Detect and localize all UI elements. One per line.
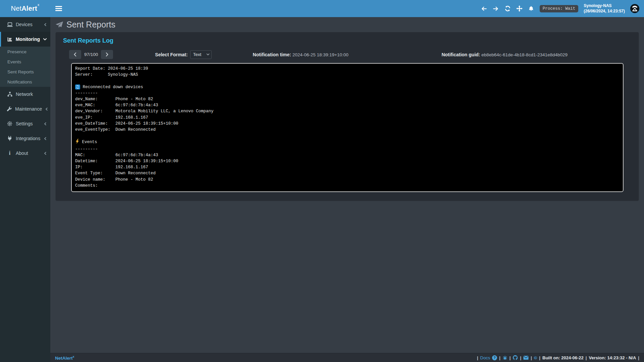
notification-time: Notification time: 2024-06-25 18:39:19+1… — [253, 52, 348, 57]
format-select[interactable]: Text — [190, 50, 212, 59]
app-logo[interactable]: NetAlertx — [0, 0, 50, 17]
sidebar-item-monitoring[interactable]: Monitoring — [0, 32, 50, 47]
sidebar-item-settings[interactable]: Settings — [0, 116, 50, 131]
card-title: Sent Reports Log — [56, 32, 639, 44]
bug-report-icon[interactable] — [502, 355, 507, 360]
sidebar-toggle-icon[interactable] — [55, 6, 62, 11]
previous-report-button[interactable] — [69, 50, 81, 59]
sent-reports-card: Sent Reports Log 97/100 Select Format: T… — [56, 32, 639, 200]
network-icon — [7, 92, 13, 97]
chevron-down-icon — [43, 38, 47, 41]
notification-guid-value: eb8eb64c-61de-4b18-8cd1-2341e8d4b029 — [481, 52, 568, 57]
main-content: Sent Reports Sent Reports Log 97/100 Sel… — [50, 17, 644, 353]
gear-icon — [7, 121, 13, 126]
chevron-left-icon — [44, 152, 47, 155]
move-arrows-icon[interactable] — [516, 5, 523, 12]
sidebar-item-sent-reports[interactable]: Sent Reports — [0, 67, 50, 77]
sidebar: Devices Monitoring Presence Events Sent … — [0, 17, 50, 362]
sidebar-item-presence[interactable]: Presence — [0, 47, 50, 57]
process-status-badge: Process: Wait — [540, 5, 579, 12]
report-console: Report Date: 2024-06-25 18:39 Server: Sy… — [71, 63, 624, 192]
lightning-icon — [75, 139, 79, 146]
next-report-button[interactable] — [101, 50, 113, 59]
monitoring-submenu: Presence Events Sent Reports Notificatio… — [0, 47, 50, 87]
footer-brand[interactable]: NetAlertx — [55, 355, 74, 361]
format-group: Select Format: Text — [155, 50, 211, 59]
footer: NetAlertx | Docs ? | | | | © | Built on:… — [50, 353, 644, 362]
sidebar-item-integrations[interactable]: Integrations — [0, 131, 50, 146]
notification-guid-label: Notification guid: — [441, 52, 480, 57]
notification-time-label: Notification time: — [253, 52, 291, 57]
docs-link[interactable]: Docs — [480, 355, 490, 360]
sidebar-item-events[interactable]: Events — [0, 57, 50, 67]
copyright-icon[interactable]: © — [534, 355, 537, 360]
github-link-icon[interactable] — [513, 355, 518, 360]
sidebar-item-maintenance[interactable]: Maintenance — [0, 102, 50, 116]
page-header: Sent Reports — [50, 17, 644, 32]
sidebar-item-devices[interactable]: Devices — [0, 17, 50, 32]
chart-icon — [7, 37, 13, 42]
chevron-left-icon — [44, 23, 47, 26]
host-info: Synology-NAS (26/06/2024, 14:23:57) — [584, 3, 625, 14]
back-arrow-icon[interactable] — [481, 5, 487, 12]
chevron-left-icon — [45, 107, 48, 111]
user-avatar[interactable] — [630, 4, 639, 13]
controls-row: 97/100 Select Format: Text Notification … — [56, 50, 639, 59]
sidebar-item-network[interactable]: Network — [0, 87, 50, 102]
forward-arrow-icon[interactable] — [493, 5, 499, 12]
chevron-left-icon — [44, 137, 47, 140]
pagination: 97/100 — [69, 50, 113, 59]
plug-icon — [7, 136, 13, 141]
reconnect-icon — [75, 84, 80, 89]
page-title: Sent Reports — [66, 20, 115, 29]
host-timestamp: (26/06/2024, 14:23:57) — [584, 9, 625, 14]
info-icon: i — [7, 150, 13, 156]
sidebar-item-about[interactable]: i About — [0, 146, 50, 161]
chevron-left-icon — [44, 122, 47, 126]
pagination-count: 97/100 — [84, 52, 98, 57]
notification-time-value: 2024-06-25 18:39:19+10:00 — [292, 52, 348, 57]
version-text: Version: 14:23:32 - N/A — [589, 355, 636, 360]
email-icon[interactable] — [523, 356, 529, 360]
notification-guid: Notification guid: eb8eb64c-61de-4b18-8c… — [441, 52, 568, 57]
wrench-icon — [7, 106, 12, 112]
format-label: Select Format: — [155, 52, 187, 57]
paper-plane-icon — [55, 21, 63, 28]
top-navbar: NetAlertx — [0, 0, 644, 17]
bell-icon[interactable] — [528, 5, 534, 12]
question-circle-icon[interactable]: ? — [492, 355, 497, 360]
host-name: Synology-NAS — [584, 3, 625, 9]
sidebar-item-notifications[interactable]: Notifications — [0, 77, 50, 87]
refresh-icon[interactable] — [504, 5, 511, 12]
laptop-icon — [7, 22, 13, 27]
built-on-text: Built on: 2024-06-22 — [542, 355, 584, 360]
